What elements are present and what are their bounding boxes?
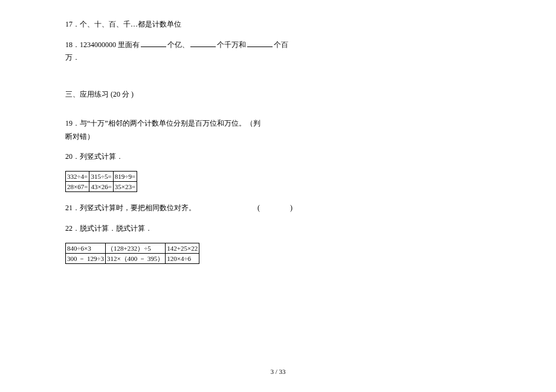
q20-cell: 28×67= [66, 182, 89, 192]
q18-text-d: 个百 [274, 40, 288, 49]
q18-blank-2 [190, 39, 216, 47]
q22-cell: 142+25×22 [166, 243, 199, 253]
question-19: 19．与“十万”相邻的两个计数单位分别是百万位和万位。（判断对错） [65, 117, 491, 143]
q21-number: 21． [65, 204, 80, 212]
q18-text-a: 1234000000 里面有 [80, 40, 140, 49]
q18-number: 18． [65, 40, 80, 49]
question-21: 21．列竖式计算时，要把相同数位对齐。 ( ) [65, 202, 491, 215]
question-20: 20．列竖式计算． [65, 150, 491, 164]
table-row: 28×67= 43×26= 35×23= [66, 182, 137, 192]
question-22: 22．脱式计算．脱式计算． [65, 222, 491, 236]
q19-number: 19． [65, 119, 80, 127]
page-number: 3 / 33 [0, 368, 556, 375]
q20-number: 20． [65, 152, 80, 161]
q20-text: 列竖式计算． [80, 152, 123, 161]
q22-cell: 840÷6×3 [66, 243, 106, 253]
q22-cell: （128+232）÷5 [106, 243, 166, 253]
section-3-title: 三、应用练习 (20 分 ) [65, 89, 491, 100]
q20-cell: 332÷4= [66, 171, 89, 181]
q22-cell: 300 － 129÷3 [66, 253, 106, 263]
q20-cell: 315÷5= [89, 171, 113, 181]
table-row: 300 － 129÷3 312×（400 － 395） 120×4÷6 [66, 253, 199, 263]
q19-text-b: 断对错） [65, 132, 94, 141]
q17-number: 17． [65, 20, 80, 28]
table-row: 332÷4= 315÷5= 819÷9= [66, 171, 137, 181]
q22-number: 22． [65, 224, 80, 233]
q21-paren-open: ( [257, 202, 260, 215]
question-18: 18．1234000000 里面有个亿、个千万和个百万． [65, 39, 491, 65]
q21-paren-close: ) [290, 202, 293, 215]
q20-cell: 819÷9= [113, 171, 137, 181]
q18-text-c: 个千万和 [217, 40, 246, 49]
question-17: 17．个、十、百、千…都是计数单位 [65, 18, 491, 31]
q21-text: 列竖式计算时，要把相同数位对齐。 [80, 204, 196, 212]
q22-cell: 120×4÷6 [166, 253, 199, 263]
q20-cell: 35×23= [113, 182, 137, 192]
q20-cell: 43×26= [89, 182, 113, 192]
q22-text: 脱式计算．脱式计算． [80, 224, 152, 233]
q19-text-a: 与“十万”相邻的两个计数单位分别是百万位和万位。（判 [80, 119, 260, 127]
q17-text: 个、十、百、千…都是计数单位 [80, 20, 181, 28]
q18-text-b: 个亿、 [167, 40, 189, 49]
q20-table: 332÷4= 315÷5= 819÷9= 28×67= 43×26= 35×23… [65, 171, 137, 193]
q22-table: 840÷6×3 （128+232）÷5 142+25×22 300 － 129÷… [65, 243, 199, 265]
q22-cell: 312×（400 － 395） [106, 253, 166, 263]
table-row: 840÷6×3 （128+232）÷5 142+25×22 [66, 243, 199, 253]
q18-text-e: 万． [65, 53, 80, 62]
q18-blank-1 [141, 39, 166, 47]
page-content: 17．个、十、百、千…都是计数单位 18．1234000000 里面有个亿、个千… [0, 0, 556, 264]
q18-blank-3 [247, 39, 273, 47]
